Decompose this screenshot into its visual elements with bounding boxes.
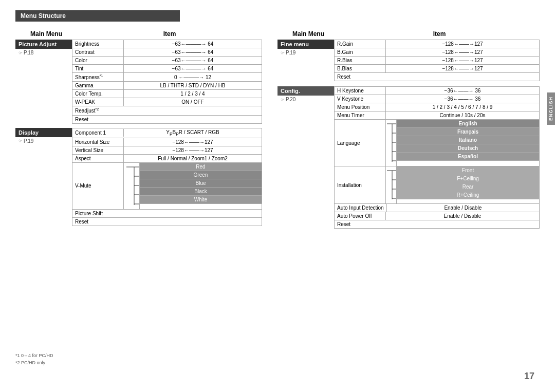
language-name: Language [335, 120, 386, 166]
config-items: H Keystone −36←——→ 36 V Keystone −36←——→… [334, 86, 540, 229]
fine-menu-ref: ☞ P.19 [278, 50, 334, 55]
item-value: −128←——→127 [124, 146, 262, 154]
item-value: −36←——→ 36 [386, 95, 539, 103]
item-value: −128←——→127 [386, 48, 539, 56]
item-value: −36←——→ 36 [386, 87, 539, 95]
install-front: Front [397, 166, 539, 175]
left-main-menu-header: Main Menu [15, 30, 77, 38]
item-name: Sharpness*1 [72, 73, 124, 81]
vmute-option-blue: Blue [140, 179, 262, 188]
item-value: 0 ←———→ 12 [124, 73, 262, 81]
item-name: H Keystone [335, 87, 386, 95]
table-row: Gamma LB / THTR / STD / DYN / HB [72, 82, 262, 90]
table-row: Aspect Full / Normal / Zoom1 / Zoom2 [72, 155, 262, 163]
table-row: Component 1 YPBPR / SCART / RGB [72, 128, 262, 138]
language-connector [386, 120, 396, 166]
item-name: Reset [72, 218, 262, 226]
table-row: Reset [72, 218, 262, 226]
vmute-row: V-Mute [72, 163, 262, 210]
table-row: Reset [335, 73, 540, 81]
vmute-sub-options: Red Green Blue Black White [139, 163, 262, 209]
vmute-name: V-Mute [72, 163, 124, 209]
table-row: V Keystone −36←——→ 36 [335, 95, 540, 103]
item-name: V Keystone [335, 95, 386, 103]
vmute-option-black: Black [140, 188, 262, 196]
left-item-header: Item [77, 30, 262, 38]
item-name: Menu Timer [335, 111, 386, 119]
vmute-option-white: White [140, 196, 262, 204]
table-row: Menu Position 1 / 2 / 3 / 4 / 5 / 6 / 7 … [335, 103, 540, 111]
table-row: Vertical Size −128←——→127 [72, 146, 262, 155]
table-row: Tint −63←———→ 64 [72, 65, 262, 73]
lang-italiano: Italiano [397, 136, 539, 144]
item-name: Menu Position [335, 103, 386, 111]
page-number: 17 [524, 371, 534, 382]
item-name: Tint [72, 65, 124, 72]
config-section: Config. ☞ P.20 H Keystone −36←——→ 36 V K… [278, 86, 540, 229]
english-tab: ENGLISH [547, 92, 555, 125]
display-section-wrapper: Display ☞ P.19 Component 1 YPBPR / SCART… [15, 128, 262, 226]
item-name: R.Gain [335, 40, 386, 48]
installation-row: Installation [335, 166, 540, 204]
table-row: Auto Input Detection Enable / Disable [335, 204, 540, 212]
item-name: Color [72, 57, 124, 64]
installation-connector [386, 166, 396, 203]
table-row: Auto Power Off Enable / Disable [335, 212, 540, 220]
item-name: Reset [72, 116, 262, 123]
picture-adjust-items: Brightness −63←———→ 64 Contrast −63←———→… [72, 40, 262, 124]
item-value: −128←——→127 [124, 138, 262, 146]
vmute-connector [124, 163, 139, 209]
table-row: Picture Shift [72, 210, 262, 218]
picture-adjust-label-box: Picture Adjust ☞ P.18 [15, 40, 72, 124]
book-icon-3: ☞ [281, 50, 285, 55]
item-name: Gamma [72, 82, 124, 89]
language-sub-options: English Français Italiano Deutsch Españo… [396, 120, 539, 166]
item-name: Aspect [72, 155, 124, 162]
item-value: Full / Normal / Zoom1 / Zoom2 [124, 155, 262, 162]
item-value: LB / THTR / STD / DYN / HB [124, 82, 262, 89]
installation-container: Front F+Ceiling Rear R+Ceiling [386, 166, 539, 203]
install-rceiling: R+Ceiling [397, 191, 539, 199]
footnote-1: *1 0↔4 for PC/HD [15, 352, 53, 360]
config-ref: ☞ P.20 [278, 97, 334, 102]
table-row: Reset [72, 116, 262, 124]
item-name: Readjust*2 [72, 106, 262, 115]
lang-deutsch: Deutsch [397, 144, 539, 153]
item-value: −63←———→ 64 [124, 57, 262, 64]
item-name: R.Bias [335, 57, 386, 64]
fine-menu-section: Fine menu ☞ P.19 R.Gain −128←——→127 B.Ga… [278, 40, 540, 81]
item-name: B.Gain [335, 48, 386, 56]
lang-english: English [397, 120, 539, 128]
item-name: Component 1 [72, 129, 124, 137]
installation-sub-options: Front F+Ceiling Rear R+Ceiling [396, 166, 539, 203]
display-label: Display [15, 128, 72, 137]
language-container: English Français Italiano Deutsch Españo… [386, 120, 539, 166]
picture-adjust-section: Picture Adjust ☞ P.18 Brightness −63←———… [15, 40, 262, 124]
book-icon-4: ☞ [281, 97, 285, 102]
table-row: W-PEAK ON / OFF [72, 98, 262, 106]
item-value: −63←———→ 64 [124, 48, 262, 56]
book-icon-2: ☞ [18, 138, 23, 143]
language-row: Language [335, 120, 540, 166]
item-name: W-PEAK [72, 98, 124, 106]
table-row: B.Bias −128←——→127 [335, 65, 540, 73]
vmute-option-red: Red [140, 163, 262, 171]
display-section: Display ☞ P.19 Component 1 YPBPR / SCART… [15, 128, 262, 226]
install-fceiling: F+Ceiling [397, 175, 539, 183]
installation-name: Installation [335, 166, 386, 203]
table-row: Reset [335, 220, 540, 229]
lang-espanol: Español [397, 153, 539, 161]
display-label-box: Display ☞ P.19 [15, 128, 72, 144]
item-value: YPBPR / SCART / RGB [124, 128, 262, 138]
picture-adjust-label: Picture Adjust [15, 40, 72, 49]
table-row: R.Bias −128←——→127 [335, 57, 540, 65]
main-layout: Main Menu Item Picture Adjust ☞ P.18 Bri… [15, 30, 540, 233]
item-value: −63←———→ 64 [124, 40, 262, 48]
item-value: Enable / Disable [386, 212, 539, 220]
item-name: Brightness [72, 40, 124, 48]
item-name: Reset [335, 73, 539, 81]
item-value: −63←———→ 64 [124, 65, 262, 72]
page-container: ENGLISH Menu Structure Main Menu Item Pi… [0, 0, 555, 392]
left-table-header: Main Menu Item [15, 30, 262, 38]
lang-francais: Français [397, 128, 539, 136]
